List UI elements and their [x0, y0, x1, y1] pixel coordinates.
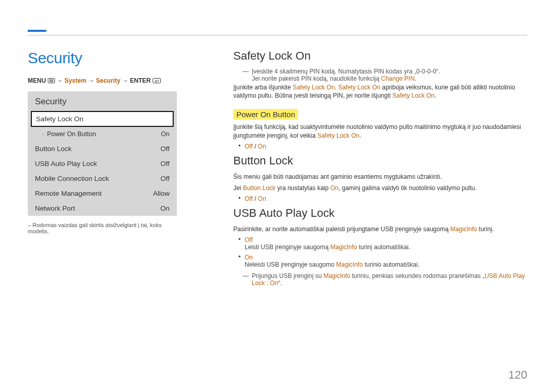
breadcrumb-security: Security	[96, 77, 120, 84]
breadcrumb: MENU → System → Security → ENTER	[28, 77, 177, 84]
enter-icon	[153, 78, 161, 83]
sub-bullet: ·	[42, 130, 44, 138]
menu-value: On	[160, 204, 170, 212]
menu-panel-title: Security	[28, 91, 177, 111]
dash-icon: ―	[243, 272, 249, 287]
menu-label: Remote Management	[35, 190, 102, 197]
panel-note: – Rodomas vaizdas gali skirtis atsižvelg…	[28, 222, 177, 234]
note-pin-change-pin: Change PIN	[381, 75, 414, 82]
menu-row-button-lock[interactable]: Button Lock Off	[28, 141, 177, 156]
page-number: 120	[508, 368, 527, 382]
list-item-on: On Neleisti USB įrenginyje saugomo Magic…	[245, 254, 527, 268]
menu-row-usb-auto-play-lock[interactable]: USB Auto Play Lock Off	[28, 156, 177, 171]
option-off: Off	[245, 195, 253, 202]
option-off: Off	[245, 143, 253, 150]
menu-value: On	[161, 130, 170, 138]
header-rule	[28, 35, 527, 35]
button-lock-desc1: Šis meniu gali būti naudojamas ant gamin…	[233, 173, 527, 181]
svg-rect-4	[153, 79, 160, 83]
menu-label: USB Auto Play Lock	[35, 160, 97, 167]
uapl-on-note: Neleisti USB įrenginyje saugomo MagicInf…	[245, 261, 527, 268]
option-on: On	[245, 254, 253, 261]
option-off: Off	[245, 236, 253, 244]
left-column: Security MENU → System → Security → ENTE…	[28, 49, 177, 288]
menu-value: Off	[160, 160, 170, 167]
right-column: Safety Lock On ― Įveskite 4 skaitmenų PI…	[233, 49, 527, 288]
dash-icon: ―	[243, 68, 249, 82]
button-lock-desc2: Jei Button Lock yra nustatytas kaip On, …	[233, 184, 527, 192]
safety-lock-on-desc: Įjunkite arba išjunkite Safety Lock On. …	[233, 83, 527, 100]
breadcrumb-menu: MENU	[28, 77, 46, 84]
button-lock-options: Off / On	[233, 195, 527, 202]
power-on-button-desc: Įjunkite šią funkciją, kad suaktyvintumė…	[233, 123, 527, 139]
menu-icon	[48, 78, 55, 83]
page: Security MENU → System → Security → ENTE…	[0, 0, 555, 392]
menu-value: Off	[160, 145, 170, 153]
uapl-options: Off Leisti USB įrenginyje saugomą MagicI…	[233, 236, 527, 268]
note-pin-line1: Įveskite 4 skaitmenų PIN kodą. Numatytas…	[252, 68, 440, 75]
power-on-button-options: Off / On	[233, 143, 527, 150]
arrow-1: →	[57, 77, 63, 84]
breadcrumb-system: System	[64, 77, 86, 84]
menu-panel: Security Safety Lock On ·Power On Button…	[28, 91, 177, 216]
heading-usb-auto-play-lock: USB Auto Play Lock	[233, 207, 527, 220]
menu-row-power-on-button[interactable]: ·Power On Button On	[28, 127, 177, 141]
uapl-tail-note: ― Prijungus USB įrenginį su MagicInfo tu…	[243, 272, 527, 287]
menu-row-network-port[interactable]: Network Port On	[28, 201, 177, 216]
note-pin-line2-pre: Jei norite pakeisti PIN kodą, naudokite …	[252, 75, 381, 82]
header-accent	[28, 30, 46, 32]
arrow-2: →	[88, 77, 94, 84]
panel-note-text: Rodomas vaizdas gali skirtis atsižvelgia…	[28, 222, 161, 234]
menu-label: Network Port	[35, 204, 75, 212]
menu-row-remote-management[interactable]: Remote Management Allow	[28, 186, 177, 201]
menu-row-mobile-connection-lock[interactable]: Mobile Connection Lock Off	[28, 171, 177, 186]
option-on: On	[258, 143, 266, 150]
menu-value: Allow	[153, 190, 170, 197]
menu-value: Off	[160, 175, 170, 182]
heading-safety-lock-on: Safety Lock On	[233, 49, 527, 63]
panel-note-prefix: –	[28, 222, 31, 228]
menu-label: Button Lock	[35, 145, 71, 153]
uapl-desc: Pasirinkite, ar norite automatiškai pale…	[233, 225, 527, 233]
arrow-3: →	[122, 77, 128, 84]
list-item-off: Off Leisti USB įrenginyje saugomą MagicI…	[245, 236, 527, 251]
heading-power-on-button: Power On Button	[233, 109, 298, 120]
list-item: Off / On	[245, 143, 527, 150]
menu-selected-label: Safety Lock On	[36, 115, 83, 123]
option-on: On	[258, 195, 266, 202]
note-pin-line2-post: .	[415, 75, 416, 82]
list-item: Off / On	[245, 195, 527, 202]
menu-label: Power On Button	[47, 130, 96, 138]
menu-label: Mobile Connection Lock	[35, 175, 109, 182]
uapl-off-note: Leisti USB įrenginyje saugomą MagicInfo …	[245, 244, 527, 251]
menu-row-selected[interactable]: Safety Lock On	[31, 111, 174, 127]
breadcrumb-enter: ENTER	[130, 77, 151, 84]
heading-button-lock: Button Lock	[233, 154, 527, 167]
page-title: Security	[28, 49, 177, 67]
note-pin-default: ― Įveskite 4 skaitmenų PIN kodą. Numatyt…	[243, 68, 527, 82]
